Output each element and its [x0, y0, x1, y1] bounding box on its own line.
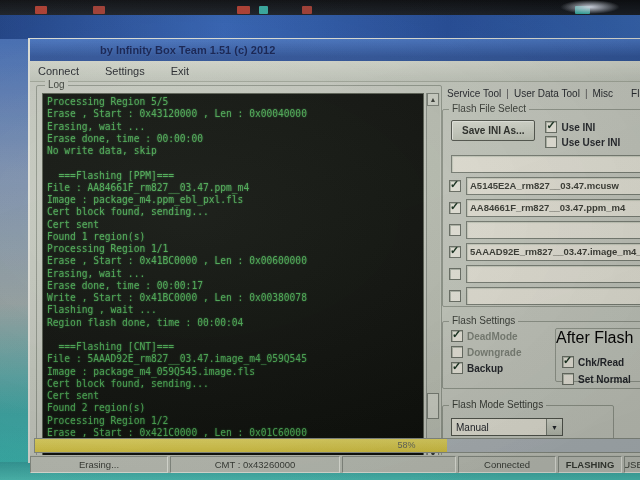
backup-checkbox[interactable]	[451, 362, 463, 374]
deadmode-checkbox[interactable]	[451, 330, 463, 342]
file-cnt-checkbox[interactable]	[449, 246, 461, 258]
chk-read-checkbox[interactable]	[562, 356, 574, 368]
use-ini-checkbox-row[interactable]: Use INI	[545, 121, 620, 133]
file-ppm-checkbox[interactable]	[449, 202, 461, 214]
use-user-ini-checkbox[interactable]	[545, 136, 557, 148]
status-interface: USB	[624, 456, 640, 473]
app-window: by Infinity Box Team 1.51 (c) 2012 Conne…	[28, 38, 640, 463]
menu-bar: Connect Settings Exit	[30, 61, 640, 82]
file-6-field[interactable]	[466, 287, 640, 305]
file-mcu-field[interactable]: A5145E2A_rm827__03.47.mcusw	[466, 177, 640, 195]
file-3-checkbox[interactable]	[449, 224, 461, 236]
flash-mode-combobox[interactable]: Manual ▼	[451, 418, 563, 436]
log-group: Log Processing Region 5/5 Erase , Start …	[36, 85, 442, 471]
save-ini-as-button[interactable]: Save INI As...	[451, 120, 535, 141]
status-spare	[342, 456, 456, 473]
status-connection: Connected	[458, 456, 556, 473]
log-scrollbar[interactable]: ▲ ▼	[426, 93, 440, 461]
flash-mode-value: Manual	[456, 422, 489, 433]
file-3-field[interactable]	[466, 221, 640, 239]
file-row-6	[449, 287, 640, 305]
file-5-field[interactable]	[466, 265, 640, 283]
status-operation: Erasing...	[30, 456, 168, 473]
use-user-ini-checkbox-row[interactable]: Use User INI	[545, 136, 620, 148]
chk-read-label: Chk/Read	[578, 357, 624, 368]
scrollbar-thumb[interactable]	[427, 393, 439, 419]
menu-connect[interactable]: Connect	[38, 65, 79, 77]
taskbar-icon	[237, 6, 250, 14]
log-console[interactable]: Processing Region 5/5 Erase , Start : 0x…	[42, 93, 424, 463]
background-top-strip	[0, 0, 640, 15]
progress-fill	[35, 439, 447, 452]
use-ini-checkbox[interactable]	[545, 121, 557, 133]
flash-mode-settings-label: Flash Mode Settings	[449, 399, 546, 410]
set-normal-row[interactable]: Set Normal	[562, 373, 640, 385]
menu-exit[interactable]: Exit	[171, 65, 189, 77]
use-ini-label: Use INI	[561, 122, 595, 133]
set-normal-checkbox[interactable]	[562, 373, 574, 385]
scroll-up-icon[interactable]: ▲	[427, 93, 439, 106]
taskbar-icon	[302, 6, 312, 14]
tab-misc[interactable]: Misc	[587, 88, 618, 99]
tab-user-data-tool[interactable]: User Data Tool	[509, 88, 585, 99]
file-row-5	[449, 265, 640, 283]
file-mcu-checkbox[interactable]	[449, 180, 461, 192]
desktop-wallpaper-left	[0, 39, 28, 480]
file-row-cnt: 5AAAD92E_rm827__03.47.image_m4_0	[449, 243, 640, 261]
right-panel: Service Tool| User Data Tool| Misc Flash…	[442, 85, 640, 469]
menu-settings[interactable]: Settings	[105, 65, 145, 77]
screen-photo: by Infinity Box Team 1.51 (c) 2012 Conne…	[0, 0, 640, 480]
chk-read-row[interactable]: Chk/Read	[562, 356, 640, 368]
flash-file-select-group: Flash File Select Save INI As... Use INI…	[442, 109, 640, 307]
progress-bar: 58%	[34, 438, 640, 453]
tab-bar: Service Tool| User Data Tool| Misc Flash	[442, 85, 640, 101]
downgrade-checkbox[interactable]	[451, 346, 463, 358]
use-user-ini-label: Use User INI	[561, 137, 620, 148]
set-normal-label: Set Normal	[578, 374, 631, 385]
deadmode-label: DeadMode	[467, 331, 518, 342]
status-bar: Erasing... CMT : 0x43260000 Connected FL…	[30, 455, 640, 473]
background-window-strip	[0, 15, 640, 39]
screen-glare	[560, 0, 620, 14]
title-bar[interactable]: by Infinity Box Team 1.51 (c) 2012	[30, 39, 640, 61]
file-ppm-field[interactable]: AA84661F_rm827__03.47.ppm_m4	[466, 199, 640, 217]
log-text: Processing Region 5/5 Erase , Start : 0x…	[47, 96, 423, 451]
after-flash-label: After Flash	[556, 329, 633, 346]
chevron-down-icon[interactable]: ▼	[546, 419, 562, 435]
window-title: by Infinity Box Team 1.51 (c) 2012	[100, 44, 275, 56]
flash-settings-label: Flash Settings	[449, 315, 518, 326]
tab-flash[interactable]: Flash	[626, 88, 640, 99]
flash-file-select-label: Flash File Select	[449, 103, 529, 114]
taskbar-icon	[259, 6, 268, 14]
tab-service-tool[interactable]: Service Tool	[442, 88, 506, 99]
status-mode: FLASHING	[558, 456, 622, 473]
file-cnt-field[interactable]: 5AAAD92E_rm827__03.47.image_m4_0	[466, 243, 640, 261]
backup-label: Backup	[467, 363, 503, 374]
file-6-checkbox[interactable]	[449, 290, 461, 302]
file-row-mcu: A5145E2A_rm827__03.47.mcusw	[449, 177, 640, 195]
file-5-checkbox[interactable]	[449, 268, 461, 280]
after-flash-group: After Flash Chk/Read Set Normal	[555, 328, 640, 382]
progress-percent: 58%	[386, 439, 426, 452]
taskbar-icon	[93, 6, 105, 14]
log-group-label: Log	[45, 79, 68, 90]
flash-settings-group: Flash Settings DeadMode Downgrade Backup	[442, 321, 640, 389]
downgrade-label: Downgrade	[467, 347, 521, 358]
taskbar-icon	[35, 6, 47, 14]
file-row-ppm: AA84661F_rm827__03.47.ppm_m4	[449, 199, 640, 217]
ini-path-field[interactable]	[451, 155, 640, 173]
file-row-3	[449, 221, 640, 239]
status-address: CMT : 0x43260000	[170, 456, 340, 473]
